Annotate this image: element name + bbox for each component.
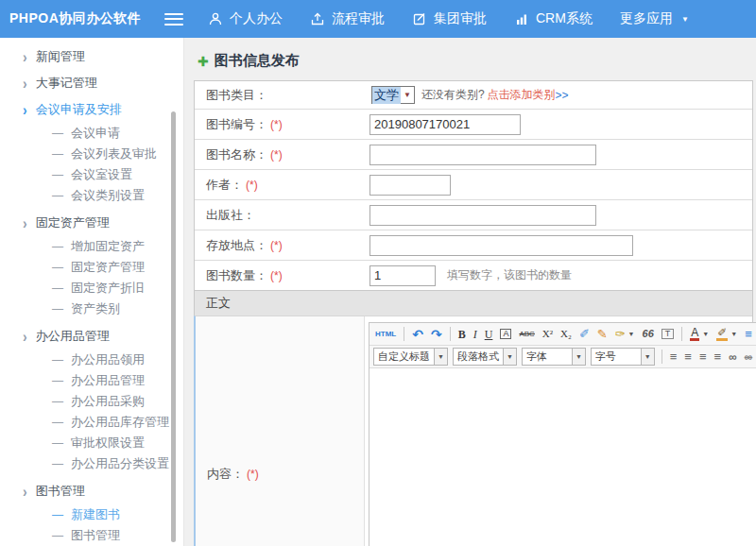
sidebar-item-审批权限设置[interactable]: —审批权限设置 [0, 433, 183, 453]
autotypeset-icon[interactable]: A [497, 325, 514, 343]
edit-icon [412, 11, 427, 26]
sidebar-item-大事记管理[interactable]: ›大事记管理 [0, 70, 183, 96]
underline-icon[interactable]: U [482, 325, 496, 343]
menu-icon[interactable] [164, 13, 183, 26]
cleardoc-icon[interactable]: ✎ [594, 325, 610, 343]
chevron-down-icon: ▼ [681, 15, 689, 24]
nav-process-approval[interactable]: 流程审批 [310, 10, 385, 27]
paragraph-format-select[interactable]: 段落格式▼ [453, 348, 517, 366]
align-left-icon[interactable]: ≡ [667, 348, 680, 366]
align-center-icon[interactable]: ≡ [681, 348, 695, 366]
chevron-down-icon: ▼ [641, 349, 654, 365]
sidebar-item-资产类别[interactable]: —资产类别 [0, 299, 183, 319]
sidebar-item-办公用品库存管理[interactable]: —办公用品库存管理 [0, 412, 183, 433]
publisher-label: 出版社： [206, 208, 255, 222]
sidebar-item-label: 新闻管理 [36, 48, 85, 65]
dash-icon: — [52, 282, 63, 295]
font-size-select[interactable]: 字号▼ [591, 348, 655, 366]
chevron-down-icon: ▼ [503, 349, 516, 365]
publisher-input[interactable] [369, 205, 596, 226]
dash-icon: — [52, 436, 63, 450]
add-category-link-arrows[interactable]: >> [556, 89, 569, 102]
add-plus-icon: ✚ [198, 54, 209, 69]
sidebar-item-label: 新建图书 [71, 506, 120, 523]
sidebar-item-办公用品采购[interactable]: —办公用品采购 [0, 391, 183, 412]
chevron-down-icon: ▼ [401, 91, 414, 99]
blockquote-icon[interactable]: 66 [640, 325, 657, 343]
align-justify-icon[interactable]: ≡ [712, 348, 725, 366]
pasteplain-icon[interactable]: T [659, 325, 678, 343]
rich-text-editor: HTML↶↷BIUAABCX²X₂✐✎✑▼66TA▼✐▼≡▼≡▼ 自定义标题▼段… [365, 316, 756, 546]
sidebar-item-办公用品分类设置[interactable]: —办公用品分类设置 [0, 453, 183, 474]
formatmatch-icon[interactable]: ✑▼ [612, 325, 638, 343]
html-source-icon[interactable]: HTML [372, 325, 399, 343]
nav-label: 流程审批 [332, 10, 385, 27]
sidebar-item-固定资产管理[interactable]: ›固定资产管理 [0, 210, 183, 236]
location-input[interactable] [369, 235, 633, 256]
chevron-right-icon: › [23, 74, 27, 92]
sidebar-item-办公用品领用[interactable]: —办公用品领用 [0, 350, 183, 370]
backcolor-icon[interactable]: ✐▼ [713, 325, 740, 343]
sidebar-item-新闻管理[interactable]: ›新闻管理 [0, 43, 183, 70]
nav-personal-office[interactable]: 个人办公 [208, 10, 283, 27]
book-no-input[interactable] [369, 114, 521, 135]
form-row-quantity: 图书数量：(*) 填写数字，该图书的数量 [195, 260, 752, 290]
custom-heading-select[interactable]: 自定义标题▼ [373, 348, 448, 366]
link-icon[interactable]: ∞ [726, 348, 740, 366]
chevron-down-icon: ▼ [628, 331, 635, 337]
ordered-list-icon[interactable]: ≡▼ [742, 325, 756, 343]
nav-crm-system[interactable]: CRM系统 [514, 10, 593, 27]
form-row-content: 内容：(*) HTML↶↷BIUAABCX²X₂✐✎✑▼66TA▼✐▼≡▼≡▼ … [194, 316, 752, 546]
sidebar-item-label: 办公用品库存管理 [71, 414, 169, 431]
category-select[interactable]: 文学 ▼ [371, 86, 415, 104]
sidebar-item-会议申请[interactable]: —会议申请 [0, 123, 183, 144]
book-name-input[interactable] [369, 145, 596, 165]
author-input[interactable] [369, 175, 451, 196]
nav-label: 个人办公 [230, 10, 283, 27]
quantity-input[interactable] [369, 265, 436, 286]
unlink-icon[interactable]: ∞ [742, 348, 756, 366]
sidebar-item-会议类别设置[interactable]: —会议类别设置 [0, 185, 183, 206]
sidebar-item-办公用品管理[interactable]: ›办公用品管理 [0, 323, 183, 350]
sidebar-item-会议室设置[interactable]: —会议室设置 [0, 164, 183, 185]
sidebar-item-label: 固定资产折旧 [71, 280, 145, 297]
add-category-link[interactable]: 点击添加类别 [488, 87, 556, 103]
chevron-right-icon: › [23, 100, 27, 118]
bold-icon[interactable]: B [455, 325, 469, 343]
nav-more-apps[interactable]: 更多应用▼ [620, 10, 689, 27]
strikethrough-icon[interactable]: ABC [516, 325, 537, 343]
superscript-icon[interactable]: X² [540, 325, 556, 343]
sidebar-item-固定资产折旧[interactable]: —固定资产折旧 [0, 278, 183, 299]
nav-group-approval[interactable]: 集团审批 [412, 10, 487, 27]
font-family-select[interactable]: 字体▼ [522, 348, 586, 366]
category-label: 图书类目： [195, 87, 365, 104]
italic-icon[interactable]: I [471, 325, 480, 343]
sidebar-item-办公用品管理[interactable]: —办公用品管理 [0, 370, 183, 391]
required-mark: (*) [247, 468, 259, 481]
sidebar-item-label: 办公用品领用 [71, 351, 145, 368]
sidebar-item-会议列表及审批[interactable]: —会议列表及审批 [0, 144, 183, 164]
subscript-icon[interactable]: X₂ [558, 325, 575, 343]
eraser-icon[interactable]: ✐ [576, 325, 593, 343]
sidebar-item-新建图书[interactable]: —新建图书 [0, 504, 183, 525]
sidebar-item-增加固定资产[interactable]: —增加固定资产 [0, 236, 183, 257]
sidebar-item-图书管理[interactable]: —图书管理 [0, 525, 183, 546]
align-right-icon[interactable]: ≡ [696, 348, 710, 366]
forecolor-icon[interactable]: A▼ [687, 325, 712, 343]
sidebar-item-label: 固定资产管理 [71, 259, 145, 276]
main-content: ✚ 图书信息发布 图书类目： 文学 ▼ 还没有类别? 点击添加类别 >> 图书编… [184, 38, 756, 546]
sidebar-item-图书管理[interactable]: ›图书管理 [0, 478, 183, 504]
undo-icon[interactable]: ↶ [409, 325, 426, 343]
sidebar-item-会议申请及安排[interactable]: ›会议申请及安排 [0, 96, 183, 123]
book-name-label: 图书名称： [206, 147, 267, 162]
sidebar-item-label: 审批权限设置 [71, 435, 145, 452]
dash-icon: — [52, 374, 63, 387]
sidebar-item-label: 办公用品采购 [71, 393, 145, 410]
editor-content[interactable] [369, 368, 756, 546]
select-value: 字体 [523, 350, 572, 364]
redo-icon[interactable]: ↷ [428, 325, 445, 343]
sidebar-scrollbar[interactable] [171, 111, 176, 542]
toolbar-separator [681, 327, 682, 341]
sidebar-item-固定资产管理[interactable]: —固定资产管理 [0, 257, 183, 278]
form-row-book-name: 图书名称：(*) [195, 139, 752, 169]
